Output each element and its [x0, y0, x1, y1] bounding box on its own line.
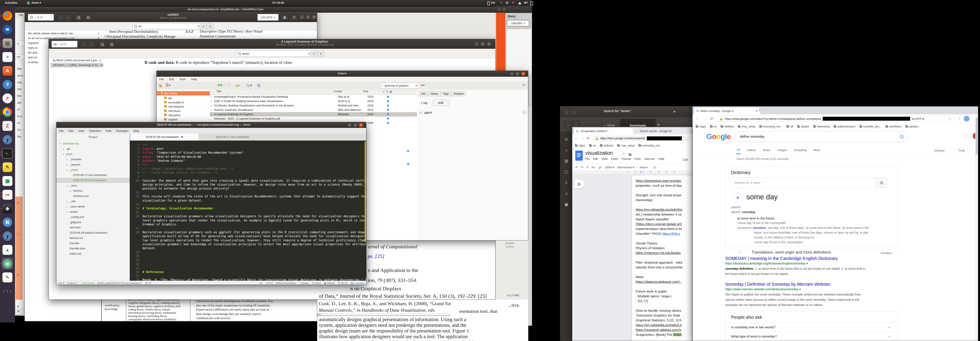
twisty[interactable]: ▸: [67, 199, 70, 204]
updates-badge[interactable]: ▣ 4 updates: [351, 282, 365, 285]
result-title[interactable]: Someday | Definition of Someday by Merri…: [725, 282, 831, 287]
calc-file-menu[interactable]: File: [19, 13, 23, 17]
my-library-item[interactable]: ▾ 📔 My Library: [157, 91, 210, 95]
zotero-item-row[interactable]: ▸ DXR: A Toolkit for Building Immersive …: [210, 99, 417, 103]
browser-tab[interactable]: ▲ Search results - Google Dr ✕: [633, 128, 692, 135]
dock-item[interactable]: #: [0, 91, 15, 105]
menu-item[interactable]: Edit: [68, 129, 73, 132]
find-next-button[interactable]: ∨: [207, 23, 214, 29]
dock-item[interactable]: • Z: [0, 119, 15, 133]
zotero-item-row[interactable]: ▸ AutoVis: Automatic Visualization Wills…: [210, 108, 417, 112]
bookmark-item[interactable]: mac_setup: [617, 144, 634, 147]
page-scrollbar[interactable]: [975, 114, 978, 341]
column-year[interactable]: Year: [363, 90, 383, 95]
dock-item[interactable]: • ◎: [0, 257, 15, 270]
minimize-button[interactable]: ─: [474, 41, 479, 46]
menu-item[interactable]: Tools: [179, 78, 186, 81]
row-header[interactable]: 8: [17, 273, 19, 276]
sidebar-place-icon[interactable]: ⌂: [565, 148, 568, 152]
sidebar-place-icon[interactable]: ▤: [564, 159, 568, 163]
bookmark-item[interactable]: scientific_pro...: [859, 125, 881, 128]
docs-menu-item[interactable]: Edit: [593, 157, 598, 160]
clear-search-icon[interactable]: ⊗: [308, 52, 310, 55]
scrollbar-thumb[interactable]: [975, 117, 978, 155]
docs-ruler[interactable]: 2112345 ▼: [572, 170, 692, 174]
back-button[interactable]: ‹: [563, 108, 571, 116]
sheet-nav-icon[interactable]: ◂: [17, 304, 19, 308]
close-button[interactable]: ✕: [312, 15, 317, 19]
zoom-level-select[interactable]: 121.07%▾: [257, 14, 279, 21]
dock-item[interactable]: ?: [0, 78, 15, 91]
zotero-item-row[interactable]: ▾ A Layered Grammar of Graphics Wickham …: [210, 112, 417, 116]
indent-marker[interactable]: ▼: [640, 171, 642, 173]
details-tab[interactable]: Notes: [428, 91, 441, 97]
omnibox[interactable]: 🔒 https://docs.google.com/document/d/: [593, 135, 691, 141]
tab-overflow-icon[interactable]: ▸: [658, 122, 660, 127]
bookmark-item[interactable]: skillsets: [600, 144, 613, 147]
bookmark-item[interactable]: mac_setup: [738, 125, 755, 128]
tree-item[interactable]: minima.scss: [56, 193, 130, 199]
move-folder-icon[interactable]: [629, 154, 632, 156]
sheet-close-icon[interactable]: ✕: [17, 309, 20, 314]
bookmark-item[interactable]: workflows: [886, 125, 902, 128]
back-icon[interactable]: ←: [696, 116, 699, 121]
tree-item[interactable]: ▾_sass: [56, 183, 130, 188]
tree-item[interactable]: ▸.git: [56, 146, 130, 151]
tree-item[interactable]: 2019-07-05-vis.markdown: [56, 178, 130, 183]
find-input[interactable]: art ⊗: [132, 23, 201, 29]
sidebar-place-icon[interactable]: ♫: [565, 191, 568, 196]
prev-page-button[interactable]: ‹: [57, 14, 65, 21]
page-number-input[interactable]: 19: [28, 16, 35, 19]
docs-menu-item[interactable]: Tools: [634, 157, 641, 160]
sidebar-place-icon[interactable]: ▣: [564, 202, 568, 207]
details-tab[interactable]: Related: [451, 91, 466, 97]
tree-item[interactable]: Gemfile.lock: [56, 246, 130, 251]
close-tab-icon[interactable]: ✕: [756, 109, 758, 113]
outline-button[interactable]: ▤: [574, 179, 584, 188]
battery-icon[interactable]: [530, 2, 533, 5]
paa-question[interactable]: What type of word is someday?: [731, 335, 777, 338]
zoom-level-fragment[interactable]: 108.83%▾: [507, 20, 529, 26]
maximize-button[interactable]: ▢: [353, 123, 358, 127]
column-creator[interactable]: Creator: [333, 90, 363, 95]
status-eol[interactable]: LF: [260, 282, 262, 284]
tree-item[interactable]: favicon.ico: [56, 235, 130, 241]
clear-search-icon[interactable]: ⌧: [415, 84, 418, 87]
doc-title[interactable]: visualization: [585, 150, 613, 156]
browser-menu-icon[interactable]: ⋮: [958, 116, 961, 121]
twisty[interactable]: ▾: [63, 152, 66, 157]
collection-item[interactable]: assurable-ai: [157, 100, 210, 105]
page-number-input[interactable]: 26: [52, 43, 59, 46]
find-input[interactable]: bertin ⊗: [237, 51, 312, 57]
scrollbar-marker[interactable]: [365, 141, 366, 242]
omnibox[interactable]: 🔒 https://www.google.com/search?q=define…: [717, 116, 954, 122]
twisty[interactable]: ▸: [67, 157, 70, 162]
bookmark-item[interactable]: skillsets: [721, 125, 734, 128]
clear-search-icon[interactable]: ⊗: [197, 24, 200, 28]
menu-item[interactable]: Find: [106, 129, 111, 132]
dock-item[interactable]: ••: [0, 9, 15, 22]
star-icon[interactable]: ☆: [622, 151, 625, 155]
twisty[interactable]: ▸: [210, 95, 213, 99]
search-filter-tab[interactable]: News: [762, 148, 771, 154]
browser-tab[interactable]: G "visualisation renderer" - ✕: [574, 128, 637, 135]
bookmark-item[interactable]: executing_not...: [759, 125, 783, 128]
reload-icon[interactable]: ⟳: [710, 116, 713, 121]
bookmark-item[interactable]: executing_not...: [638, 144, 662, 147]
bookmark-item[interactable]: pandoc...: [905, 125, 921, 128]
profile-avatar[interactable]: [964, 116, 969, 122]
collection-item[interactable]: cite-draco: [157, 109, 210, 113]
status-grammar[interactable]: GitHub Markdown: [276, 282, 296, 284]
sort-icon[interactable]: ∧ 📎 ▦: [383, 90, 392, 95]
docs-menu-item[interactable]: Add-ons: [644, 157, 655, 160]
minimize-button[interactable]: ─: [347, 123, 352, 127]
search-icon[interactable]: [900, 135, 904, 138]
print-icon[interactable]: ⎙: [586, 165, 589, 169]
tree-item[interactable]: .gitignore: [56, 220, 130, 225]
spellcheck-icon[interactable]: A✓: [592, 166, 596, 169]
menu-item[interactable]: Selection: [89, 129, 100, 132]
page-number-box[interactable]: 19 of 24: [28, 14, 54, 21]
font-select[interactable]: Arial ▾: [637, 166, 650, 169]
menu-item[interactable]: File: [159, 78, 164, 81]
twisty[interactable]: ▾: [59, 141, 62, 146]
